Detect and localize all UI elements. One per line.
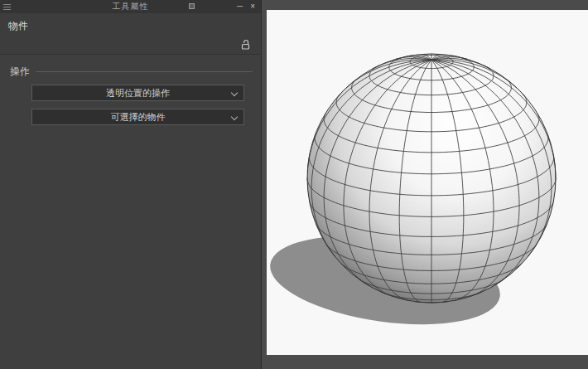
operation-section-label: 操作: [10, 65, 30, 79]
unlock-icon[interactable]: [240, 39, 252, 51]
tool-name-label: 物件: [8, 19, 253, 33]
operation-section-header: 操作: [10, 65, 253, 79]
dropdown-selectable-object[interactable]: 可選擇的物件: [31, 109, 244, 125]
chevron-down-icon: [231, 114, 238, 120]
panel-title: 工具屬性: [113, 1, 149, 12]
tool-property-panel: 工具屬性 ─ × 物件 操作 透明位置的操作 可選擇的物件: [0, 0, 262, 369]
window-buttons: ─ ×: [237, 0, 255, 13]
wrench-icon: [189, 3, 195, 9]
section-divider: [36, 71, 253, 72]
operation-dropdowns: 透明位置的操作 可選擇的物件: [31, 85, 244, 125]
canvas-area[interactable]: [267, 10, 588, 355]
panel-menu-icon[interactable]: [3, 4, 11, 5]
sphere-wireframe: [267, 10, 588, 355]
dropdown-label: 可選擇的物件: [111, 111, 166, 124]
minimize-button[interactable]: ─: [237, 0, 243, 13]
dropdown-transparent-area-operation[interactable]: 透明位置的操作: [31, 85, 244, 101]
chevron-down-icon: [231, 90, 238, 96]
close-button[interactable]: ×: [250, 0, 255, 13]
tool-header: 物件: [0, 13, 261, 55]
panel-titlebar[interactable]: 工具屬性 ─ ×: [0, 0, 261, 13]
dropdown-label: 透明位置的操作: [106, 87, 170, 100]
